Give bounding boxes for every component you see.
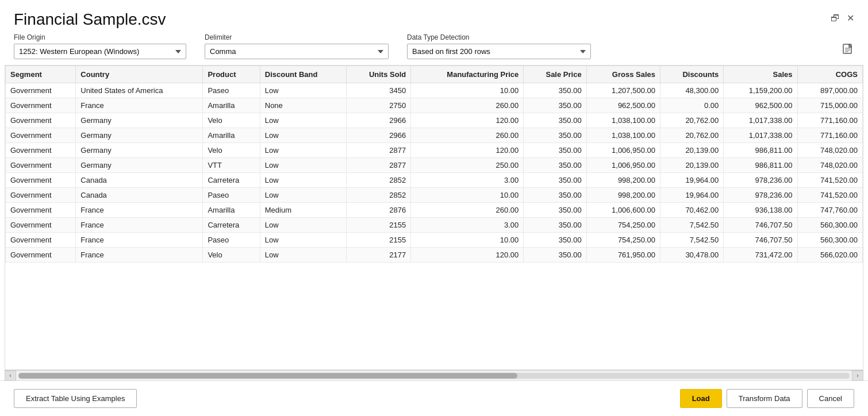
extract-table-button[interactable]: Extract Table Using Examples bbox=[14, 389, 137, 408]
table-cell: 7,542.50 bbox=[660, 233, 723, 248]
column-header-units-sold: Units Sold bbox=[346, 66, 410, 83]
table-cell: Amarilla bbox=[203, 203, 260, 218]
table-cell: 897,000.00 bbox=[797, 83, 862, 98]
table-cell: 3.00 bbox=[411, 218, 524, 233]
table-cell: Canada bbox=[76, 173, 203, 188]
table-cell: Carretera bbox=[203, 218, 260, 233]
table-cell: Government bbox=[6, 203, 76, 218]
table-cell: 20,139.00 bbox=[660, 143, 723, 158]
table-cell: 748,020.00 bbox=[797, 158, 862, 173]
scroll-right-button[interactable]: › bbox=[852, 371, 863, 381]
table-cell: 2177 bbox=[346, 248, 410, 263]
table-cell: Germany bbox=[76, 128, 203, 143]
table-cell: 10.00 bbox=[411, 83, 524, 98]
table-cell: 250.00 bbox=[411, 158, 524, 173]
table-cell: 350.00 bbox=[524, 128, 586, 143]
window-controls: 🗗 ✕ bbox=[831, 10, 854, 24]
table-cell: 2750 bbox=[346, 98, 410, 113]
table-row: GovernmentGermanyVeloLow2966120.00350.00… bbox=[6, 113, 863, 128]
table-cell: 1,038,100.00 bbox=[586, 113, 660, 128]
transform-data-button[interactable]: Transform Data bbox=[727, 389, 802, 408]
file-origin-select[interactable]: 1252: Western European (Windows)UTF-8UTF… bbox=[14, 44, 186, 59]
table-cell: 120.00 bbox=[411, 113, 524, 128]
table-row: GovernmentUnited States of AmericaPaseoL… bbox=[6, 83, 863, 98]
footer: Extract Table Using Examples Load Transf… bbox=[0, 380, 868, 416]
table-cell: 715,000.00 bbox=[797, 98, 862, 113]
table-cell: 20,762.00 bbox=[660, 113, 723, 128]
table-cell: 350.00 bbox=[524, 158, 586, 173]
datatype-select[interactable]: Based on first 200 rowsBased on entire d… bbox=[407, 44, 591, 59]
table-cell: Medium bbox=[260, 203, 346, 218]
table-cell: Low bbox=[260, 218, 346, 233]
table-cell: Low bbox=[260, 248, 346, 263]
table-cell: 48,300.00 bbox=[660, 83, 723, 98]
table-cell: Low bbox=[260, 173, 346, 188]
table-cell: 560,300.00 bbox=[797, 218, 862, 233]
table-cell: Carretera bbox=[203, 173, 260, 188]
window-title: Financial Sample.csv bbox=[14, 10, 166, 29]
table-cell: 748,020.00 bbox=[797, 143, 862, 158]
file-icon-button[interactable] bbox=[842, 43, 854, 58]
table-cell: 30,478.00 bbox=[660, 248, 723, 263]
table-row: GovernmentGermanyVeloLow2877120.00350.00… bbox=[6, 143, 863, 158]
table-cell: 936,138.00 bbox=[724, 203, 797, 218]
table-cell: 560,300.00 bbox=[797, 233, 862, 248]
table-cell: 350.00 bbox=[524, 203, 586, 218]
table-cell: Low bbox=[260, 188, 346, 203]
table-cell: 2155 bbox=[346, 218, 410, 233]
minimize-icon[interactable]: 🗗 bbox=[831, 13, 840, 24]
table-cell: 19,964.00 bbox=[660, 188, 723, 203]
title-bar: Financial Sample.csv 🗗 ✕ bbox=[0, 0, 868, 33]
table-cell: 3450 bbox=[346, 83, 410, 98]
table-cell: 260.00 bbox=[411, 203, 524, 218]
close-icon[interactable]: ✕ bbox=[847, 13, 854, 24]
table-cell: Low bbox=[260, 233, 346, 248]
table-cell: 7,542.50 bbox=[660, 218, 723, 233]
table-cell: France bbox=[76, 248, 203, 263]
datatype-group: Data Type Detection Based on first 200 r… bbox=[407, 33, 591, 59]
table-cell: 2852 bbox=[346, 173, 410, 188]
table-cell: 741,520.00 bbox=[797, 188, 862, 203]
table-cell: 566,020.00 bbox=[797, 248, 862, 263]
table-cell: 771,160.00 bbox=[797, 113, 862, 128]
table-cell: 260.00 bbox=[411, 128, 524, 143]
delimiter-select[interactable]: CommaTabSemicolonSpaceCustom bbox=[205, 44, 389, 59]
table-cell: 761,950.00 bbox=[586, 248, 660, 263]
table-cell: Velo bbox=[203, 248, 260, 263]
cancel-button[interactable]: Cancel bbox=[807, 389, 854, 408]
table-cell: Low bbox=[260, 128, 346, 143]
table-cell: Government bbox=[6, 98, 76, 113]
table-cell: Germany bbox=[76, 143, 203, 158]
delimiter-label: Delimiter bbox=[205, 33, 389, 41]
column-header-country: Country bbox=[76, 66, 203, 83]
table-row: GovernmentFranceCarreteraLow21553.00350.… bbox=[6, 218, 863, 233]
horizontal-scrollbar[interactable]: ‹ › bbox=[5, 370, 863, 380]
table-cell: 120.00 bbox=[411, 248, 524, 263]
table-cell: Low bbox=[260, 158, 346, 173]
controls-right bbox=[842, 43, 854, 59]
table-cell: Canada bbox=[76, 188, 203, 203]
load-button[interactable]: Load bbox=[680, 389, 722, 408]
table-container[interactable]: SegmentCountryProductDiscount BandUnits … bbox=[5, 65, 863, 370]
table-cell: Amarilla bbox=[203, 98, 260, 113]
delimiter-group: Delimiter CommaTabSemicolonSpaceCustom bbox=[205, 33, 389, 59]
table-cell: 746,707.50 bbox=[724, 233, 797, 248]
data-table: SegmentCountryProductDiscount BandUnits … bbox=[5, 66, 863, 263]
scroll-left-button[interactable]: ‹ bbox=[5, 371, 16, 381]
table-cell: Government bbox=[6, 233, 76, 248]
table-cell: Velo bbox=[203, 143, 260, 158]
table-cell: 2852 bbox=[346, 188, 410, 203]
column-header-gross-sales: Gross Sales bbox=[586, 66, 660, 83]
column-header-sale-price: Sale Price bbox=[524, 66, 586, 83]
table-cell: Paseo bbox=[203, 188, 260, 203]
table-cell: 731,472.00 bbox=[724, 248, 797, 263]
table-cell: 2877 bbox=[346, 143, 410, 158]
table-cell: 19,964.00 bbox=[660, 173, 723, 188]
table-cell: Amarilla bbox=[203, 128, 260, 143]
column-header-segment: Segment bbox=[6, 66, 76, 83]
table-cell: 350.00 bbox=[524, 98, 586, 113]
horizontal-scroll-track[interactable] bbox=[18, 373, 850, 379]
file-origin-group: File Origin 1252: Western European (Wind… bbox=[14, 33, 186, 59]
table-cell: None bbox=[260, 98, 346, 113]
table-cell: 747,760.00 bbox=[797, 203, 862, 218]
